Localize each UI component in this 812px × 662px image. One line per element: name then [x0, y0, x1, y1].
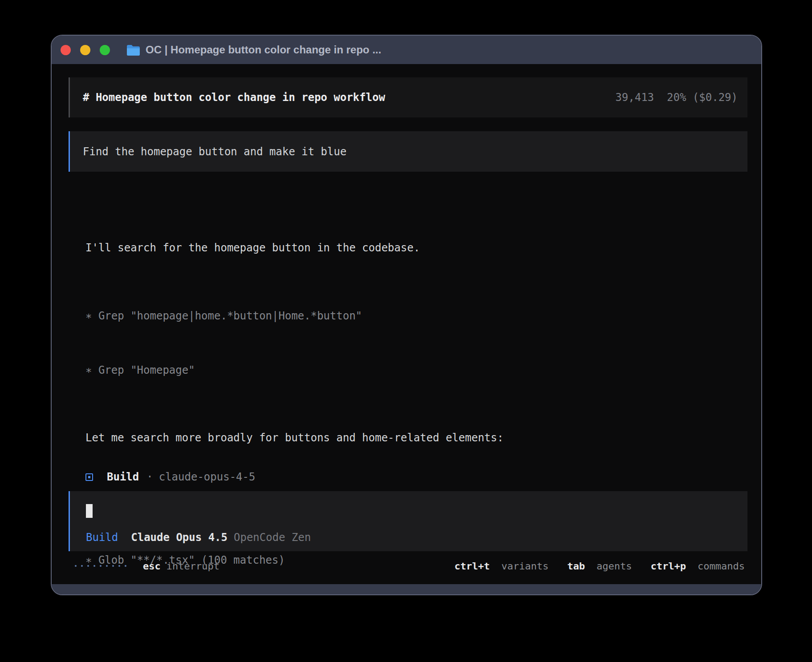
shortcut-hint: ctrl+t variants: [455, 561, 548, 572]
spinner-dots: [75, 565, 126, 567]
provider-label: OpenCode Zen: [234, 531, 311, 544]
response-line: I'll search for the homepage button in t…: [85, 241, 697, 255]
shortcut-hint: ctrl+p commands: [651, 561, 745, 572]
spinner-dot: [112, 565, 114, 567]
terminal-window: OC | Homepage button color change in rep…: [51, 35, 762, 595]
response-line: ∗ Grep "Homepage": [85, 363, 697, 377]
response-line: Let me search more broadly for buttons a…: [85, 431, 697, 445]
session-header: # Homepage button color change in repo w…: [69, 77, 747, 117]
spinner-dot: [75, 565, 77, 567]
spinner-dot: [118, 565, 120, 567]
status-footer: esc interrupt ctrl+t variants tab agents: [69, 559, 747, 573]
context-usage-cost: 20% ($0.29): [667, 91, 738, 104]
spinner-dot: [81, 565, 83, 567]
shortcut-label: commands: [698, 561, 745, 572]
interrupt-key: esc: [143, 561, 161, 572]
close-button[interactable]: [61, 45, 71, 55]
maximize-button[interactable]: [100, 45, 110, 55]
active-model-label: Claude Opus 4.5: [131, 531, 227, 544]
prompt-input[interactable]: Build Claude Opus 4.5 OpenCode Zen: [69, 491, 747, 551]
token-count: 39,413: [615, 91, 654, 104]
shortcut-label: variants: [501, 561, 548, 572]
square-dot-icon: [85, 473, 93, 481]
separator-dot: ·: [146, 471, 153, 483]
window-controls: [61, 45, 110, 55]
session-stats: 39,413 20% ($0.29): [615, 91, 738, 104]
shortcut-key: ctrl+t: [455, 561, 490, 572]
agent-status-row: Build · claude-opus-4-5: [85, 470, 255, 484]
response-line: ∗ Grep "homepage|home.*button|Home.*butt…: [85, 309, 697, 323]
spinner-dot: [125, 565, 126, 567]
agent-name: Build: [107, 471, 139, 483]
shortcut-key: tab: [567, 561, 585, 572]
footer-shortcuts: ctrl+t variants tab agents ctrl+p comman…: [455, 561, 745, 572]
text-cursor: [86, 504, 93, 518]
spinner-dot: [100, 565, 102, 567]
active-agent-label: Build: [86, 531, 118, 544]
input-status-row: Build Claude Opus 4.5 OpenCode Zen: [86, 531, 311, 544]
spinner-dot: [93, 565, 95, 567]
agent-model-id: claude-opus-4-5: [159, 471, 256, 483]
user-message: Find the homepage button and make it blu…: [69, 131, 747, 172]
shortcut-label: agents: [597, 561, 632, 572]
minimize-button[interactable]: [80, 45, 90, 55]
folder-icon: [126, 44, 140, 56]
titlebar[interactable]: OC | Homepage button color change in rep…: [52, 36, 761, 64]
shortcut-key: ctrl+p: [651, 561, 686, 572]
spinner-dot: [87, 565, 89, 567]
window-title: OC | Homepage button color change in rep…: [146, 44, 381, 56]
interrupt-label: interrupt: [166, 561, 219, 572]
session-title: # Homepage button color change in repo w…: [83, 91, 385, 104]
desktop-background: OC | Homepage button color change in rep…: [0, 0, 812, 662]
spinner-dot: [106, 565, 108, 567]
user-message-text: Find the homepage button and make it blu…: [83, 145, 346, 158]
shortcut-hint: tab agents: [567, 561, 632, 572]
terminal-content[interactable]: # Homepage button color change in repo w…: [52, 64, 761, 584]
